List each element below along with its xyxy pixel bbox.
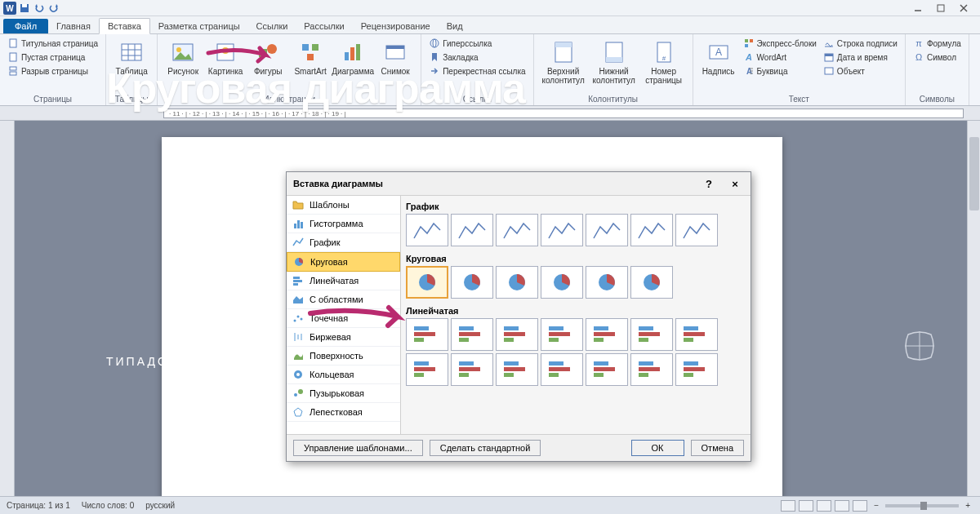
- scrollbar-vertical[interactable]: [967, 121, 980, 496]
- chart-subtype-item[interactable]: [541, 318, 583, 351]
- zoom-slider[interactable]: [885, 504, 959, 507]
- tab-view[interactable]: Вид: [439, 19, 471, 33]
- hyperlink-icon: [429, 38, 440, 49]
- set-default-button[interactable]: Сделать стандартной: [430, 440, 541, 456]
- chart-subtype-item[interactable]: [586, 214, 628, 246]
- nav-column[interactable]: Гистограмма: [287, 215, 400, 233]
- nav-area[interactable]: С областями: [287, 290, 400, 309]
- nav-label: Точечная: [310, 313, 348, 323]
- quickparts-button[interactable]: Экспресс-блоки: [741, 37, 819, 50]
- nav-scatter[interactable]: Точечная: [287, 309, 400, 328]
- chart-subtype-item[interactable]: [675, 353, 718, 386]
- chart-subtype-item[interactable]: [406, 353, 448, 386]
- zoom-out-button[interactable]: −: [871, 501, 882, 510]
- save-button[interactable]: [18, 2, 31, 15]
- chart-icon: [340, 39, 366, 65]
- object-label: Объект: [837, 67, 865, 76]
- chart-subtype-item[interactable]: [630, 318, 673, 351]
- chart-subtype-item[interactable]: [406, 214, 448, 246]
- view-web-button[interactable]: [817, 500, 831, 512]
- chart-subtype-item[interactable]: [675, 214, 718, 246]
- chart-subtype-item[interactable]: [586, 318, 628, 351]
- textbox-button[interactable]: AНадпись: [698, 37, 739, 91]
- view-outline-button[interactable]: [835, 500, 849, 512]
- view-reading-button[interactable]: [799, 500, 813, 512]
- chart-subtype-item[interactable]: [630, 353, 673, 386]
- close-button[interactable]: [952, 2, 975, 14]
- sigline-label: Строка подписи: [837, 39, 898, 48]
- chart-subtype-item[interactable]: [586, 266, 628, 299]
- chart-subtype-item[interactable]: [451, 353, 493, 386]
- tab-review[interactable]: Рецензирование: [353, 19, 439, 33]
- maximize-button[interactable]: [929, 2, 952, 14]
- manage-templates-button[interactable]: Управление шаблонами...: [293, 440, 423, 456]
- datetime-button[interactable]: Дата и время: [821, 51, 900, 64]
- blank-page-button[interactable]: Пустая страница: [5, 51, 100, 64]
- chart-subtype-item[interactable]: [630, 214, 673, 246]
- chart-subtype-item[interactable]: [675, 318, 718, 351]
- chart-subtype-item[interactable]: [451, 266, 493, 299]
- tab-mailings[interactable]: Рассылки: [296, 19, 352, 33]
- view-print-layout-button[interactable]: [781, 500, 795, 512]
- symbol-button[interactable]: ΩСимвол: [911, 51, 964, 64]
- chart-subtype-item[interactable]: [496, 266, 538, 299]
- nav-radar[interactable]: Лепестковая: [287, 403, 400, 422]
- chart-subtype-item[interactable]: [451, 318, 493, 351]
- nav-stock[interactable]: Биржевая: [287, 328, 400, 347]
- status-words[interactable]: Число слов: 0: [82, 501, 134, 510]
- zoom-in-button[interactable]: +: [962, 501, 973, 510]
- object-button[interactable]: Объект: [821, 64, 900, 78]
- tab-file[interactable]: Файл: [3, 19, 48, 33]
- svg-rect-26: [356, 44, 360, 60]
- scroll-thumb[interactable]: [969, 137, 979, 210]
- chart-subtype-item[interactable]: [586, 353, 628, 386]
- nav-surface[interactable]: Поверхность: [287, 347, 400, 366]
- tab-refs[interactable]: Ссылки: [248, 19, 296, 33]
- chart-subtype-item[interactable]: [406, 318, 448, 351]
- cancel-button[interactable]: Отмена: [691, 440, 744, 456]
- tab-insert[interactable]: Вставка: [99, 18, 150, 34]
- nav-doughnut[interactable]: Кольцевая: [287, 366, 400, 384]
- hyperlink-button[interactable]: Гиперссылка: [426, 37, 528, 50]
- nav-templates[interactable]: Шаблоны: [287, 196, 400, 215]
- ok-button[interactable]: ОК: [631, 440, 684, 456]
- zoom-slider-thumb[interactable]: [920, 502, 927, 510]
- pagenum-button[interactable]: #Номер страницы: [640, 37, 688, 91]
- chart-subtype-item[interactable]: [496, 318, 538, 351]
- footer-button[interactable]: Нижний колонтитул: [590, 37, 639, 91]
- chart-subtype-item[interactable]: [451, 214, 493, 246]
- redo-button[interactable]: [47, 2, 60, 15]
- header-button[interactable]: Верхний колонтитул: [539, 37, 588, 91]
- undo-button[interactable]: [33, 2, 46, 15]
- equation-button[interactable]: πФормула: [911, 37, 964, 50]
- nav-label: Круговая: [310, 257, 348, 267]
- status-page[interactable]: Страница: 1 из 1: [7, 501, 70, 510]
- tab-home[interactable]: Главная: [48, 19, 99, 33]
- dialog-help-button[interactable]: ?: [700, 177, 718, 190]
- chart-subtype-item[interactable]: [541, 214, 583, 246]
- chart-subtype-item[interactable]: [541, 266, 583, 299]
- dialog-close-button[interactable]: ×: [726, 177, 744, 190]
- chart-subtype-item[interactable]: [406, 266, 448, 299]
- page-break-button[interactable]: Разрыв страницы: [5, 64, 100, 78]
- footer-label: Нижний колонтитул: [591, 67, 637, 85]
- wordart-button[interactable]: AWordArt: [741, 51, 819, 64]
- nav-line[interactable]: График: [287, 233, 400, 252]
- status-lang[interactable]: русский: [145, 501, 175, 510]
- nav-bubble[interactable]: Пузырьковая: [287, 384, 400, 403]
- chart-subtype-item[interactable]: [541, 353, 583, 386]
- chart-subtype-item[interactable]: [630, 266, 673, 299]
- dropcap-button[interactable]: AБуквица: [741, 64, 819, 78]
- cover-page-button[interactable]: Титульная страница: [5, 37, 100, 50]
- view-draft-button[interactable]: [853, 500, 867, 512]
- quickparts-icon: [743, 38, 755, 49]
- sigline-button[interactable]: Строка подписи: [821, 37, 900, 50]
- nav-pie[interactable]: Круговая: [287, 252, 400, 272]
- chart-subtype-item[interactable]: [496, 214, 538, 246]
- chart-subtype-item[interactable]: [496, 353, 538, 386]
- bookmark-button[interactable]: Закладка: [426, 51, 528, 64]
- minimize-button[interactable]: [906, 2, 929, 14]
- nav-bar[interactable]: Линейчатая: [287, 272, 400, 290]
- tab-layout[interactable]: Разметка страницы: [150, 19, 248, 33]
- nav-label: Кольцевая: [310, 370, 354, 379]
